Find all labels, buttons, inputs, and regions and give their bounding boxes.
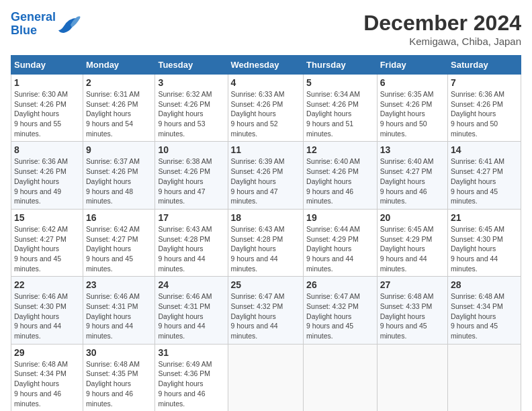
day-number: 26 bbox=[306, 279, 374, 290]
day-info: Sunrise: 6:31 AM Sunset: 4:26 PM Dayligh… bbox=[86, 89, 152, 138]
calendar-week-5: 29 Sunrise: 6:48 AM Sunset: 4:34 PM Dayl… bbox=[11, 344, 521, 411]
day-number: 29 bbox=[14, 347, 80, 358]
day-info: Sunrise: 6:33 AM Sunset: 4:26 PM Dayligh… bbox=[231, 89, 301, 138]
day-number: 11 bbox=[231, 144, 301, 155]
day-number: 28 bbox=[451, 279, 518, 290]
col-saturday: Saturday bbox=[448, 56, 521, 75]
day-number: 31 bbox=[158, 347, 224, 358]
day-info: Sunrise: 6:36 AM Sunset: 4:26 PM Dayligh… bbox=[14, 156, 80, 205]
day-number: 2 bbox=[86, 77, 152, 88]
day-info: Sunrise: 6:37 AM Sunset: 4:26 PM Dayligh… bbox=[86, 156, 152, 205]
day-number: 22 bbox=[14, 279, 80, 290]
main-title: December 2024 bbox=[363, 11, 521, 36]
calendar-cell: 12 Sunrise: 6:40 AM Sunset: 4:26 PM Dayl… bbox=[304, 142, 378, 209]
calendar-cell: 10 Sunrise: 6:38 AM Sunset: 4:26 PM Dayl… bbox=[155, 142, 228, 209]
day-info: Sunrise: 6:47 AM Sunset: 4:32 PM Dayligh… bbox=[231, 291, 301, 340]
calendar-cell: 2 Sunrise: 6:31 AM Sunset: 4:26 PM Dayli… bbox=[83, 75, 154, 142]
day-info: Sunrise: 6:30 AM Sunset: 4:26 PM Dayligh… bbox=[14, 89, 80, 138]
day-info: Sunrise: 6:40 AM Sunset: 4:27 PM Dayligh… bbox=[380, 156, 445, 205]
day-info: Sunrise: 6:48 AM Sunset: 4:35 PM Dayligh… bbox=[86, 359, 152, 408]
day-info: Sunrise: 6:48 AM Sunset: 4:34 PM Dayligh… bbox=[451, 291, 518, 340]
calendar-cell: 15 Sunrise: 6:42 AM Sunset: 4:27 PM Dayl… bbox=[11, 209, 83, 276]
day-number: 23 bbox=[86, 279, 152, 290]
day-info: Sunrise: 6:47 AM Sunset: 4:32 PM Dayligh… bbox=[306, 291, 374, 340]
day-number: 21 bbox=[451, 212, 518, 223]
calendar-cell: 9 Sunrise: 6:37 AM Sunset: 4:26 PM Dayli… bbox=[83, 142, 154, 209]
day-number: 3 bbox=[158, 77, 224, 88]
day-number: 15 bbox=[14, 212, 80, 223]
calendar-cell bbox=[377, 344, 447, 411]
day-info: Sunrise: 6:49 AM Sunset: 4:36 PM Dayligh… bbox=[158, 359, 224, 408]
calendar-week-1: 1 Sunrise: 6:30 AM Sunset: 4:26 PM Dayli… bbox=[11, 75, 521, 142]
col-thursday: Thursday bbox=[304, 56, 378, 75]
calendar-week-4: 22 Sunrise: 6:46 AM Sunset: 4:30 PM Dayl… bbox=[11, 277, 521, 344]
day-number: 25 bbox=[231, 279, 301, 290]
day-number: 6 bbox=[380, 77, 445, 88]
calendar-cell: 27 Sunrise: 6:48 AM Sunset: 4:33 PM Dayl… bbox=[377, 277, 447, 344]
calendar-cell: 16 Sunrise: 6:42 AM Sunset: 4:27 PM Dayl… bbox=[83, 209, 154, 276]
calendar-cell: 4 Sunrise: 6:33 AM Sunset: 4:26 PM Dayli… bbox=[228, 75, 304, 142]
day-number: 10 bbox=[158, 144, 224, 155]
day-number: 12 bbox=[306, 144, 374, 155]
calendar-cell: 19 Sunrise: 6:44 AM Sunset: 4:29 PM Dayl… bbox=[304, 209, 378, 276]
day-number: 8 bbox=[14, 144, 80, 155]
day-number: 17 bbox=[158, 212, 224, 223]
calendar-cell: 31 Sunrise: 6:49 AM Sunset: 4:36 PM Dayl… bbox=[155, 344, 228, 411]
day-info: Sunrise: 6:32 AM Sunset: 4:26 PM Dayligh… bbox=[158, 89, 224, 138]
calendar-cell: 21 Sunrise: 6:45 AM Sunset: 4:30 PM Dayl… bbox=[448, 209, 521, 276]
header-row: Sunday Monday Tuesday Wednesday Thursday… bbox=[11, 56, 521, 75]
calendar-cell: 17 Sunrise: 6:43 AM Sunset: 4:28 PM Dayl… bbox=[155, 209, 228, 276]
calendar-cell: 7 Sunrise: 6:36 AM Sunset: 4:26 PM Dayli… bbox=[448, 75, 521, 142]
col-friday: Friday bbox=[377, 56, 447, 75]
calendar-cell: 30 Sunrise: 6:48 AM Sunset: 4:35 PM Dayl… bbox=[83, 344, 154, 411]
calendar-cell: 1 Sunrise: 6:30 AM Sunset: 4:26 PM Dayli… bbox=[11, 75, 83, 142]
day-info: Sunrise: 6:42 AM Sunset: 4:27 PM Dayligh… bbox=[86, 224, 152, 273]
day-info: Sunrise: 6:46 AM Sunset: 4:30 PM Dayligh… bbox=[14, 291, 80, 340]
calendar-cell: 11 Sunrise: 6:39 AM Sunset: 4:26 PM Dayl… bbox=[228, 142, 304, 209]
day-number: 14 bbox=[451, 144, 518, 155]
calendar-cell bbox=[448, 344, 521, 411]
day-number: 13 bbox=[380, 144, 445, 155]
day-info: Sunrise: 6:36 AM Sunset: 4:26 PM Dayligh… bbox=[451, 89, 518, 138]
day-info: Sunrise: 6:46 AM Sunset: 4:31 PM Dayligh… bbox=[86, 291, 152, 340]
day-info: Sunrise: 6:48 AM Sunset: 4:34 PM Dayligh… bbox=[14, 359, 80, 408]
page-header: General Blue December 2024 Kemigawa, Chi… bbox=[11, 11, 521, 47]
subtitle: Kemigawa, Chiba, Japan bbox=[363, 36, 521, 47]
day-number: 30 bbox=[86, 347, 152, 358]
day-number: 1 bbox=[14, 77, 80, 88]
day-number: 19 bbox=[306, 212, 374, 223]
day-info: Sunrise: 6:35 AM Sunset: 4:26 PM Dayligh… bbox=[380, 89, 445, 138]
day-number: 27 bbox=[380, 279, 445, 290]
day-info: Sunrise: 6:43 AM Sunset: 4:28 PM Dayligh… bbox=[158, 224, 224, 273]
day-number: 16 bbox=[86, 212, 152, 223]
day-info: Sunrise: 6:38 AM Sunset: 4:26 PM Dayligh… bbox=[158, 156, 224, 205]
day-number: 24 bbox=[158, 279, 224, 290]
logo-line1: General bbox=[11, 11, 56, 24]
calendar-table: Sunday Monday Tuesday Wednesday Thursday… bbox=[11, 55, 521, 411]
calendar-cell bbox=[228, 344, 304, 411]
calendar-cell: 5 Sunrise: 6:34 AM Sunset: 4:26 PM Dayli… bbox=[304, 75, 378, 142]
calendar-cell: 23 Sunrise: 6:46 AM Sunset: 4:31 PM Dayl… bbox=[83, 277, 154, 344]
calendar-cell: 13 Sunrise: 6:40 AM Sunset: 4:27 PM Dayl… bbox=[377, 142, 447, 209]
day-number: 20 bbox=[380, 212, 445, 223]
calendar-week-3: 15 Sunrise: 6:42 AM Sunset: 4:27 PM Dayl… bbox=[11, 209, 521, 276]
calendar-cell: 28 Sunrise: 6:48 AM Sunset: 4:34 PM Dayl… bbox=[448, 277, 521, 344]
logo-bird-icon bbox=[57, 14, 81, 34]
col-tuesday: Tuesday bbox=[155, 56, 228, 75]
day-number: 5 bbox=[306, 77, 374, 88]
calendar-cell: 18 Sunrise: 6:43 AM Sunset: 4:28 PM Dayl… bbox=[228, 209, 304, 276]
col-wednesday: Wednesday bbox=[228, 56, 304, 75]
calendar-cell: 25 Sunrise: 6:47 AM Sunset: 4:32 PM Dayl… bbox=[228, 277, 304, 344]
day-info: Sunrise: 6:46 AM Sunset: 4:31 PM Dayligh… bbox=[158, 291, 224, 340]
title-block: December 2024 Kemigawa, Chiba, Japan bbox=[363, 11, 521, 47]
calendar-cell bbox=[304, 344, 378, 411]
calendar-cell: 26 Sunrise: 6:47 AM Sunset: 4:32 PM Dayl… bbox=[304, 277, 378, 344]
day-number: 7 bbox=[451, 77, 518, 88]
day-info: Sunrise: 6:48 AM Sunset: 4:33 PM Dayligh… bbox=[380, 291, 445, 340]
day-info: Sunrise: 6:44 AM Sunset: 4:29 PM Dayligh… bbox=[306, 224, 374, 273]
calendar-cell: 3 Sunrise: 6:32 AM Sunset: 4:26 PM Dayli… bbox=[155, 75, 228, 142]
day-number: 4 bbox=[231, 77, 301, 88]
day-info: Sunrise: 6:43 AM Sunset: 4:28 PM Dayligh… bbox=[231, 224, 301, 273]
day-info: Sunrise: 6:39 AM Sunset: 4:26 PM Dayligh… bbox=[231, 156, 301, 205]
day-number: 18 bbox=[231, 212, 301, 223]
